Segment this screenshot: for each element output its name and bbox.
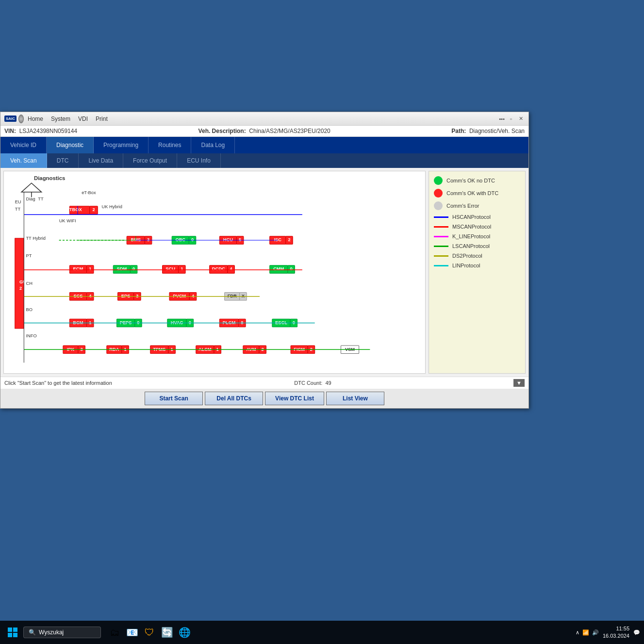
- refresh-icon[interactable]: 🔄: [159, 625, 175, 640]
- legend-lscan: LSCANProtocol: [434, 243, 520, 249]
- hcu-label: HCU: [223, 237, 233, 242]
- etbox-label: eT-Box: [82, 190, 96, 195]
- close-button[interactable]: ✕: [517, 116, 525, 122]
- comms-ok-with-dtc-label: Comm's OK with DTC: [446, 190, 498, 196]
- tray-chevron[interactable]: ∧: [576, 629, 579, 636]
- obc-count: 0: [191, 237, 194, 242]
- tab-veh-scan[interactable]: Veh. Scan: [0, 153, 47, 168]
- status-hint: Click "Start Scan" to get the latest inf…: [4, 380, 112, 386]
- monitor-icon[interactable]: ▫: [509, 116, 513, 122]
- taskbar-right: ∧ 📶 🔊 11:55 16.03.2024 💬: [576, 625, 640, 640]
- cmm-label: CMM: [273, 266, 284, 271]
- dtc-count-display: DTC Count: 49: [294, 380, 331, 386]
- pt-label: PT: [26, 253, 32, 258]
- vin-value: LSJA24398NN059144: [19, 128, 77, 134]
- hcu-count: 5: [239, 237, 241, 242]
- bottom-buttons-bar: Start Scan Del All DTCs View DTC List Li…: [0, 389, 528, 408]
- nav-home[interactable]: Home: [28, 116, 43, 122]
- time-value: 11:55: [603, 625, 629, 632]
- ecm-count: 1: [89, 266, 91, 271]
- tab-data-log[interactable]: Data Log: [191, 137, 235, 153]
- tab-bar-1: Vehicle ID Diagnostic Programming Routin…: [0, 137, 528, 153]
- mg-logo: [18, 115, 24, 123]
- vin-info: VIN: LSJA24398NN059144: [4, 128, 77, 134]
- label-eu: EU: [15, 199, 21, 204]
- nav-print[interactable]: Print: [96, 116, 108, 122]
- legend-mscan: MSCANProtocol: [434, 224, 520, 230]
- del-all-dtcs-button[interactable]: Del All DTCs: [205, 392, 263, 405]
- diagram-area: Diagnostics EU TT GW 2 Diag TT: [3, 171, 426, 374]
- diagram-title: Diagnostics: [34, 175, 65, 181]
- funnel-icon: [21, 183, 41, 192]
- start-button[interactable]: [4, 624, 21, 641]
- ecu-diagram: Diagnostics EU TT GW 2 Diag TT: [4, 171, 425, 373]
- scroll-down-btn[interactable]: ▼: [513, 379, 525, 387]
- path-label: Path:: [451, 128, 466, 134]
- lin-label: LINProtocol: [452, 263, 480, 268]
- view-dtc-list-button[interactable]: View DTC List: [265, 392, 324, 405]
- lin-legend-line: [434, 265, 448, 266]
- scu-count: 1: [181, 266, 183, 271]
- tbox-label: TBOX: [69, 207, 83, 212]
- label-diag: Diag: [26, 197, 35, 201]
- legend-lin: LINProtocol: [434, 263, 520, 268]
- network-icon[interactable]: 🌐: [177, 625, 192, 640]
- nav-vdi[interactable]: VDI: [78, 116, 88, 122]
- svg-rect-0: [8, 627, 12, 632]
- windows-logo-icon: [7, 627, 18, 638]
- tab-programming[interactable]: Programming: [94, 137, 149, 153]
- comms-error-label: Comm's Error: [446, 203, 479, 209]
- info-label: INFO: [26, 333, 36, 338]
- hscan-label: HSCANProtocol: [452, 214, 491, 220]
- bo-label: BO: [26, 307, 32, 312]
- file-explorer-icon[interactable]: 🗂: [107, 625, 122, 640]
- sdm-count: 0: [132, 266, 135, 271]
- isc-label: ISC: [274, 237, 281, 242]
- kline-legend-line: [434, 236, 448, 237]
- tab-live-data[interactable]: Live Data: [79, 153, 123, 168]
- cmm-count: 0: [290, 266, 293, 271]
- desktop: SAIC Home System VDI Print ▪▪▪ ▫ ✕ VIN:: [0, 0, 644, 644]
- tab-ecu-info[interactable]: ECU Info: [177, 153, 221, 168]
- tab-vehicle-id[interactable]: Vehicle ID: [0, 137, 47, 153]
- bms-count: 3: [147, 237, 149, 242]
- tt-hybrid-label: TT Hybrid: [26, 236, 46, 241]
- outlook-icon[interactable]: 📧: [124, 625, 140, 640]
- isc-count: 2: [288, 237, 290, 242]
- status-bar: Click "Start Scan" to get the latest inf…: [0, 377, 528, 389]
- lscan-label: LSCANProtocol: [452, 243, 490, 249]
- dtc-count-value: 49: [325, 380, 331, 386]
- vin-label: VIN:: [4, 128, 16, 134]
- network-tray-icon: 📶: [582, 629, 589, 636]
- title-bar-left: SAIC Home System VDI Print: [4, 114, 108, 124]
- app-window: SAIC Home System VDI Print ▪▪▪ ▫ ✕ VIN:: [0, 112, 529, 409]
- legend-area: Comm's OK no DTC Comm's OK with DTC Comm…: [429, 171, 526, 374]
- tab-routines[interactable]: Routines: [149, 137, 191, 153]
- path-info: Path: Diagnostic/Veh. Scan: [451, 128, 525, 134]
- comms-ok-no-dtc-dot: [434, 176, 443, 185]
- mscan-label: MSCANProtocol: [452, 224, 491, 230]
- list-view-button[interactable]: List View: [326, 392, 384, 405]
- svg-rect-3: [13, 633, 17, 637]
- path-value: Diagnostic/Veh. Scan: [469, 128, 525, 134]
- tab-dtc[interactable]: DTC: [47, 153, 79, 168]
- ds2-legend-line: [434, 255, 448, 257]
- veh-label: Veh. Description:: [198, 128, 246, 134]
- notification-icon[interactable]: 💬: [633, 629, 640, 636]
- start-scan-button[interactable]: Start Scan: [145, 392, 203, 405]
- brave-icon[interactable]: 🛡: [142, 625, 157, 640]
- ch-label: CH: [26, 281, 32, 286]
- tab-force-output[interactable]: Force Output: [123, 153, 177, 168]
- mscan-legend-line: [434, 226, 448, 228]
- label-tt2: TT: [38, 197, 44, 201]
- system-tray: ∧ 📶 🔊: [576, 629, 599, 636]
- scu-label: SCU: [165, 266, 175, 271]
- nav-system[interactable]: System: [51, 116, 70, 122]
- main-content: Diagnostics EU TT GW 2 Diag TT: [0, 168, 528, 377]
- clock-display[interactable]: 11:55 16.03.2024: [603, 625, 629, 640]
- uk-hybrid-label: UK Hybrid: [102, 204, 122, 209]
- taskbar-search-bar[interactable]: 🔍 Wyszukaj: [23, 627, 101, 638]
- legend-ds2: DS2Protocol: [434, 253, 520, 259]
- dcdc-count: 4: [230, 266, 233, 271]
- tab-diagnostic[interactable]: Diagnostic: [47, 137, 94, 153]
